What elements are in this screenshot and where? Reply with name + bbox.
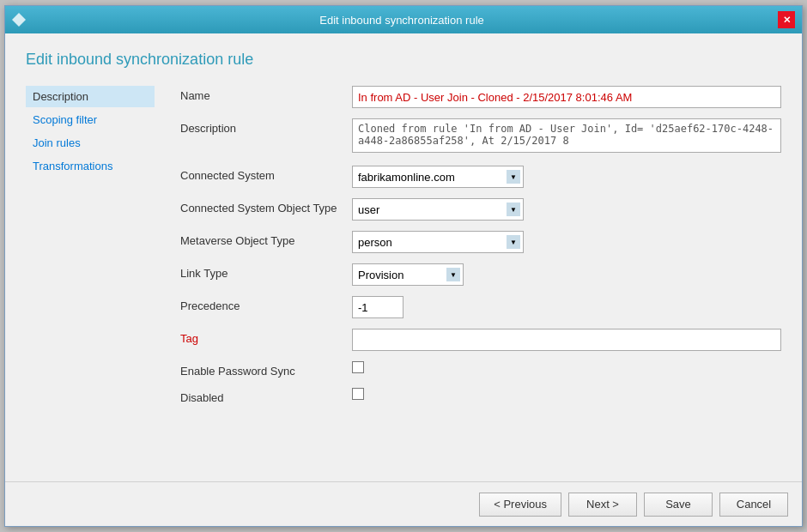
enable-password-sync-checkbox[interactable] <box>352 361 364 373</box>
mot-label: Metaverse Object Type <box>180 231 352 247</box>
sidebar-item-scoping-filter[interactable]: Scoping filter <box>26 109 155 130</box>
enable-password-sync-field <box>352 361 781 373</box>
main-layout: Description Scoping filter Join rules Tr… <box>26 86 781 473</box>
enable-password-sync-row: Enable Password Sync <box>180 361 781 378</box>
tag-label: Tag <box>180 329 352 345</box>
window-icon <box>12 13 26 27</box>
content-area: Edit inbound synchronization rule Descri… <box>5 33 802 481</box>
csot-select[interactable]: user <box>352 198 524 221</box>
next-button[interactable]: Next > <box>568 493 637 517</box>
enable-password-sync-label: Enable Password Sync <box>180 361 352 378</box>
csot-select-wrapper: user ▼ <box>352 198 524 221</box>
page-title: Edit inbound synchronization rule <box>26 51 781 69</box>
name-input[interactable] <box>352 86 781 108</box>
connected-system-field: fabrikamonline.com ▼ <box>352 166 781 188</box>
name-field <box>352 86 781 108</box>
save-button[interactable]: Save <box>644 493 713 517</box>
tag-row: Tag <box>180 329 781 351</box>
link-type-select-wrapper: Provision StickyJoin Join ▼ <box>352 263 464 286</box>
description-label: Description <box>180 118 352 135</box>
link-type-field: Provision StickyJoin Join ▼ <box>352 263 781 286</box>
precedence-label: Precedence <box>180 296 352 312</box>
link-type-row: Link Type Provision StickyJoin Join ▼ <box>180 263 781 286</box>
csot-label: Connected System Object Type <box>180 198 352 215</box>
name-row: Name <box>180 86 781 108</box>
sidebar-item-join-rules[interactable]: Join rules <box>26 132 155 154</box>
disabled-field <box>352 388 781 400</box>
connected-system-select[interactable]: fabrikamonline.com <box>352 166 524 188</box>
precedence-row: Precedence <box>180 296 781 318</box>
disabled-checkbox[interactable] <box>352 388 364 400</box>
connected-system-label: Connected System <box>180 166 352 182</box>
description-field <box>352 118 781 155</box>
previous-button[interactable]: < Previous <box>479 493 561 517</box>
precedence-input[interactable] <box>352 296 404 318</box>
description-row: Description <box>180 118 781 155</box>
mot-row: Metaverse Object Type person ▼ <box>180 231 781 253</box>
tag-field <box>352 329 781 351</box>
link-type-label: Link Type <box>180 263 352 280</box>
precedence-field <box>352 296 781 318</box>
form-area: Name Description Connected System <box>163 86 781 473</box>
csot-row: Connected System Object Type user ▼ <box>180 198 781 221</box>
cancel-button[interactable]: Cancel <box>719 493 788 517</box>
window-title: Edit inbound synchronization rule <box>26 14 778 27</box>
connected-system-select-wrapper: fabrikamonline.com ▼ <box>352 166 524 188</box>
tag-input[interactable] <box>352 329 781 351</box>
description-input[interactable] <box>352 118 781 153</box>
close-button[interactable]: ✕ <box>778 11 795 28</box>
name-label: Name <box>180 86 352 102</box>
connected-system-row: Connected System fabrikamonline.com ▼ <box>180 166 781 188</box>
mot-select-wrapper: person ▼ <box>352 231 524 253</box>
sidebar-item-transformations[interactable]: Transformations <box>26 155 155 177</box>
title-bar: Edit inbound synchronization rule ✕ <box>5 6 802 33</box>
sidebar: Description Scoping filter Join rules Tr… <box>26 86 163 473</box>
link-type-select[interactable]: Provision StickyJoin Join <box>352 263 464 286</box>
csot-field: user ▼ <box>352 198 781 221</box>
disabled-label: Disabled <box>180 388 352 404</box>
sidebar-item-description[interactable]: Description <box>26 86 155 107</box>
bottom-bar: < Previous Next > Save Cancel <box>5 481 802 526</box>
mot-field: person ▼ <box>352 231 781 253</box>
main-window: Edit inbound synchronization rule ✕ Edit… <box>4 5 803 527</box>
mot-select[interactable]: person <box>352 231 524 253</box>
disabled-row: Disabled <box>180 388 781 404</box>
